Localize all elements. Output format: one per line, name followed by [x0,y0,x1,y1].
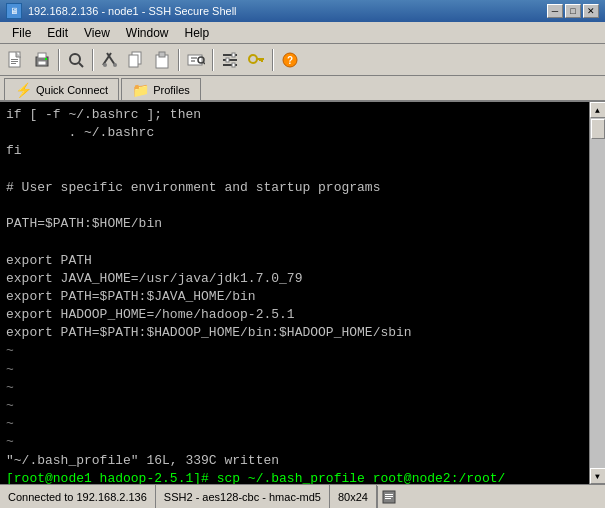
menu-bar: File Edit View Window Help [0,22,605,44]
svg-rect-15 [129,55,138,67]
quick-connect-label: Quick Connect [36,84,108,96]
svg-point-8 [70,54,80,64]
svg-rect-28 [232,63,235,67]
menu-help[interactable]: Help [177,24,218,42]
svg-rect-1 [11,59,18,60]
quick-connect-icon: ⚡ [15,82,32,98]
svg-rect-6 [38,61,46,65]
svg-rect-38 [385,498,391,499]
status-icon[interactable] [377,486,401,508]
svg-rect-27 [226,58,229,62]
window-title: 192.168.2.136 - node1 - SSH Secure Shell [28,5,237,17]
settings-button[interactable] [218,48,242,72]
profiles-label: Profiles [153,84,190,96]
svg-text:?: ? [287,55,293,66]
svg-line-22 [203,62,205,64]
svg-rect-3 [11,63,16,64]
scrollbar[interactable]: ▲ ▼ [589,102,605,484]
svg-point-29 [249,55,257,63]
app-icon: 🖥 [6,3,22,19]
svg-rect-17 [159,52,165,57]
scroll-up-arrow[interactable]: ▲ [590,102,606,118]
find-btn[interactable] [184,48,208,72]
toolbar-sep-1 [58,49,60,71]
paste-button[interactable] [150,48,174,72]
menu-file[interactable]: File [4,24,39,42]
menu-edit[interactable]: Edit [39,24,76,42]
key-button[interactable] [244,48,268,72]
minimize-button[interactable]: ─ [547,4,563,18]
svg-rect-36 [385,494,393,495]
copy-button[interactable] [124,48,148,72]
status-bar: Connected to 192.168.2.136 SSH2 - aes128… [0,484,605,508]
scroll-thumb[interactable] [591,119,605,139]
svg-point-12 [103,63,107,67]
svg-rect-24 [223,59,237,61]
toolbar-sep-2 [92,49,94,71]
new-button[interactable] [4,48,28,72]
profiles-icon: 📁 [132,82,149,98]
encryption-status: SSH2 - aes128-cbc - hmac-md5 [156,485,330,508]
size-status: 80x24 [330,485,377,508]
terminal[interactable]: if [ -f ~/.bashrc ]; then . ~/.bashrc fi… [0,102,589,484]
title-bar: 🖥 192.168.2.136 - node1 - SSH Secure She… [0,0,605,22]
toolbar-sep-4 [212,49,214,71]
svg-rect-37 [385,496,393,497]
toolbar: ? [0,44,605,76]
menu-window[interactable]: Window [118,24,177,42]
close-button[interactable]: ✕ [583,4,599,18]
toolbar-sep-3 [178,49,180,71]
scroll-track[interactable] [590,118,606,468]
connection-status: Connected to 192.168.2.136 [0,485,156,508]
window-controls: ─ □ ✕ [547,4,599,18]
svg-rect-2 [11,61,18,62]
help-button[interactable]: ? [278,48,302,72]
svg-rect-26 [232,53,235,57]
tab-quick-connect[interactable]: ⚡ Quick Connect [4,78,119,100]
tab-profiles[interactable]: 📁 Profiles [121,78,201,100]
print-button[interactable] [30,48,54,72]
svg-rect-5 [38,53,46,58]
toolbar-sep-5 [272,49,274,71]
menu-view[interactable]: View [76,24,118,42]
maximize-button[interactable]: □ [565,4,581,18]
svg-line-9 [79,63,83,67]
search-button[interactable] [64,48,88,72]
scroll-down-arrow[interactable]: ▼ [590,468,606,484]
tabs-bar: ⚡ Quick Connect 📁 Profiles [0,76,605,102]
svg-point-13 [113,63,117,67]
svg-rect-7 [45,58,47,60]
terminal-wrapper: if [ -f ~/.bashrc ]; then . ~/.bashrc fi… [0,102,605,484]
cut-button[interactable] [98,48,122,72]
